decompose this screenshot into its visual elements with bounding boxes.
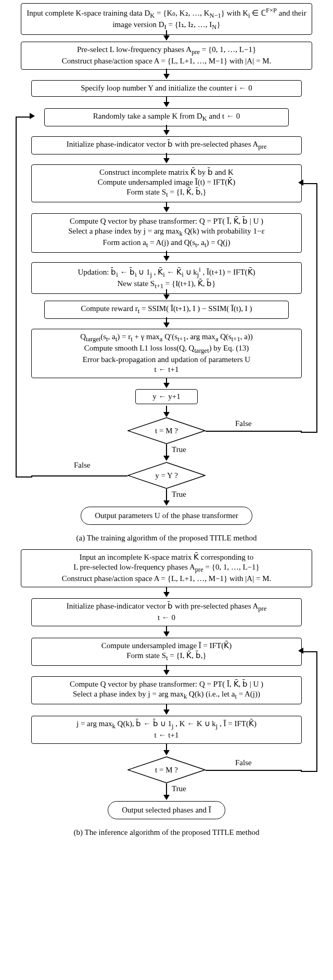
train-caption: (a) The training algorithm of the propos… bbox=[5, 530, 328, 550]
infer-cond-true-label: True bbox=[171, 784, 187, 793]
train-output-terminal: Output parameters U of the phase transfo… bbox=[81, 507, 252, 525]
infer-initb-box: Initialize phase-indicator vector b̄ wit… bbox=[31, 598, 302, 626]
train-cond2-diamond: y = Y ? bbox=[127, 462, 206, 489]
train-qvec-box: Compute Q vector by phase transformer: Q… bbox=[31, 213, 302, 253]
train-yinc-box: y ← y+1 bbox=[135, 389, 198, 404]
train-construct-box: Construct incomplete matrix K̄ by b̄ and… bbox=[31, 164, 302, 202]
train-cond2-true-label: True bbox=[171, 490, 187, 499]
infer-state-box: Compute undersampled image Ī = IFT(K̄)Fo… bbox=[31, 638, 302, 666]
train-cond1-diamond: t = M ? bbox=[127, 417, 206, 444]
train-cond1-false-label: False bbox=[234, 419, 253, 428]
train-initb-box: Initialize phase-indicator vector b̄ wit… bbox=[31, 136, 302, 154]
train-cond2-false-label: False bbox=[73, 461, 92, 470]
train-cond1-true-label: True bbox=[171, 445, 187, 454]
train-loopinit-box: Specify loop number Y and initialize the… bbox=[31, 80, 302, 97]
infer-cond-diamond: t = M ? bbox=[127, 756, 206, 783]
train-sample-box: Randomly take a sample K from DK and t ←… bbox=[44, 108, 289, 126]
infer-input-box: Input an incomplete K-space matrix K̄ co… bbox=[21, 549, 312, 587]
inference-flowchart: Input an incomplete K-space matrix K̄ co… bbox=[16, 549, 317, 872]
train-preselect-box: Pre-select L low-frequency phases Apre =… bbox=[21, 42, 312, 70]
infer-cond-false-label: False bbox=[234, 758, 253, 767]
infer-update-box: j = arg maxk Q(k), b̄ ← b̄ ∪ 1j , K ← K … bbox=[31, 716, 302, 744]
train-reward-box: Compute reward rt = SSIM( Ī(t+1), I ) − … bbox=[44, 301, 289, 319]
training-flowchart: Input complete K-space training data DK … bbox=[16, 3, 317, 643]
infer-caption: (b) The inference algorithm of the propo… bbox=[5, 824, 328, 844]
train-target-box: Qtarget(st, at) = rt + γ maxa Q′(st+1, a… bbox=[31, 329, 302, 378]
infer-output-terminal: Output selected phases and Ī bbox=[108, 801, 225, 819]
infer-qvec-box: Compute Q vector by phase transformer: Q… bbox=[31, 676, 302, 704]
